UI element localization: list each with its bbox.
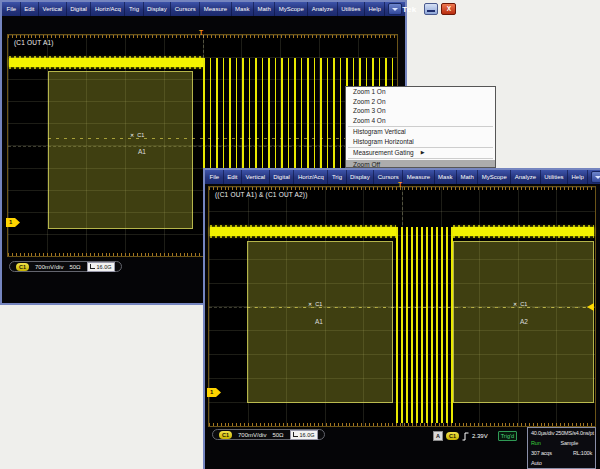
waveform-high-band bbox=[453, 227, 594, 236]
trigger-readout[interactable]: A C1 2.39V Trig'd bbox=[433, 431, 517, 441]
resolution-readout: 4.0ns/pt bbox=[576, 430, 594, 436]
menu-myscope[interactable]: MyScope bbox=[275, 2, 308, 16]
menu-measure[interactable]: Measure bbox=[200, 2, 231, 16]
channel-badge[interactable]: C1 bbox=[16, 263, 29, 271]
trigger-position-icon[interactable]: T bbox=[199, 29, 203, 36]
zoom-zone-label-a1: A1 bbox=[315, 318, 323, 325]
menu-file[interactable]: File bbox=[3, 2, 21, 16]
minimize-icon bbox=[427, 10, 435, 12]
bandwidth-readout[interactable]: 16.0G bbox=[290, 430, 318, 440]
context-item-measurement-gating[interactable]: Measurement Gating ▶ bbox=[346, 148, 495, 158]
cursor-label: C1 bbox=[520, 301, 527, 307]
menu-cursors[interactable]: Cursors bbox=[171, 2, 200, 16]
zoom-region-a1[interactable] bbox=[48, 71, 193, 229]
context-menu: Zoom 1 On Zoom 2 On Zoom 3 On Zoom 4 On … bbox=[345, 86, 496, 168]
context-item-zoom-off[interactable]: Zoom Off bbox=[346, 160, 495, 169]
chevron-down-icon bbox=[595, 176, 600, 179]
menu-trig[interactable]: Trig bbox=[125, 2, 143, 16]
cursor-label: C1 bbox=[137, 132, 144, 138]
timebase-readout: 40.0µs/div 250MS/s bbox=[531, 430, 576, 436]
acquisition-panel[interactable]: 40.0µs/div 250MS/s 4.0ns/pt Run Sample 3… bbox=[527, 427, 596, 469]
context-item-histogram-vertical[interactable]: Histogram Vertical bbox=[346, 127, 495, 137]
trigger-level-line bbox=[247, 307, 594, 308]
cursor-x-icon: ✕ bbox=[308, 301, 312, 307]
menu-extension-button[interactable] bbox=[591, 171, 600, 183]
menu-horiz-acq[interactable]: Horiz/Acq bbox=[294, 170, 328, 184]
trigger-status-badge: Trig'd bbox=[498, 431, 517, 441]
bandwidth-value: 16.0G bbox=[300, 431, 315, 439]
menu-file[interactable]: File bbox=[206, 170, 224, 184]
chevron-down-icon bbox=[392, 8, 398, 11]
menu-edit[interactable]: Edit bbox=[21, 2, 39, 16]
trigger-source-a-icon: A bbox=[433, 431, 443, 441]
impedance-readout: 50Ω bbox=[69, 264, 80, 270]
impedance-readout: 50Ω bbox=[272, 432, 283, 438]
trace-noise bbox=[210, 236, 396, 238]
menu-utilities[interactable]: Utilities bbox=[338, 2, 365, 16]
menu-extension-button[interactable] bbox=[388, 3, 402, 15]
trigger-level-line bbox=[48, 138, 396, 139]
scale-readout: 700mV/div bbox=[238, 432, 266, 438]
submenu-arrow-icon: ▶ bbox=[421, 148, 425, 158]
bandwidth-readout[interactable]: 16.0G bbox=[87, 262, 115, 272]
menu-help[interactable]: Help bbox=[365, 2, 385, 16]
context-item-zoom-4-on[interactable]: Zoom 4 On bbox=[346, 116, 495, 126]
trigger-channel-badge: C1 bbox=[446, 432, 459, 440]
channel-readout[interactable]: C1 700mV/div 50Ω 16.0G bbox=[212, 429, 325, 440]
channel-badge[interactable]: C1 bbox=[219, 431, 232, 439]
window-controls: Tek X bbox=[402, 3, 459, 15]
menu-edit[interactable]: Edit bbox=[224, 170, 242, 184]
cursor-marker-c1[interactable]: ✕ C1 bbox=[130, 132, 144, 138]
menu-display[interactable]: Display bbox=[347, 170, 375, 184]
trigger-position-icon[interactable]: T bbox=[398, 181, 402, 188]
trigger-mode-readout: Auto bbox=[531, 460, 542, 466]
cursor-label: C1 bbox=[315, 301, 322, 307]
vertical-readout-bar: C1 700mV/div 50Ω 16.0G bbox=[9, 261, 122, 272]
trace-noise bbox=[453, 225, 594, 227]
menu-mask[interactable]: Mask bbox=[435, 170, 457, 184]
graticule-display[interactable]: ((C1 OUT A1) & (C1 OUT A2)) ✕ C1 A1 ✕ C1… bbox=[208, 186, 596, 427]
channel-1-marker-icon[interactable]: 1 bbox=[207, 388, 221, 397]
trace-label: (C1 OUT A1) bbox=[14, 39, 54, 46]
menu-digital[interactable]: Digital bbox=[67, 2, 92, 16]
vertical-readout-bar: C1 700mV/div 50Ω 16.0G bbox=[212, 429, 325, 440]
menu-bar: File Edit Vertical Digital Horiz/Acq Tri… bbox=[205, 170, 600, 184]
tek-logo: Tek bbox=[402, 5, 416, 14]
bandwidth-icon bbox=[90, 264, 95, 269]
channel-readout[interactable]: C1 700mV/div 50Ω 16.0G bbox=[9, 261, 122, 272]
close-button[interactable]: X bbox=[441, 3, 456, 15]
trace-noise bbox=[9, 56, 203, 58]
trigger-level-readout: 2.39V bbox=[472, 433, 488, 439]
trace-noise bbox=[9, 67, 203, 69]
trace-label: ((C1 OUT A1) & (C1 OUT A2)) bbox=[215, 191, 308, 198]
menu-mask[interactable]: Mask bbox=[232, 2, 254, 16]
scale-readout: 700mV/div bbox=[35, 264, 63, 270]
menu-math[interactable]: Math bbox=[254, 2, 275, 16]
menu-measure[interactable]: Measure bbox=[403, 170, 434, 184]
cursor-marker-c1[interactable]: ✕ C1 bbox=[308, 301, 322, 307]
menu-trig[interactable]: Trig bbox=[328, 170, 346, 184]
acquisition-mode: Sample bbox=[561, 440, 578, 446]
menu-horiz-acq[interactable]: Horiz/Acq bbox=[91, 2, 125, 16]
menu-vertical[interactable]: Vertical bbox=[242, 170, 270, 184]
minimize-button[interactable] bbox=[424, 3, 438, 15]
context-item-histogram-horizontal[interactable]: Histogram Horizontal bbox=[346, 137, 495, 147]
menu-digital[interactable]: Digital bbox=[270, 170, 295, 184]
menu-help[interactable]: Help bbox=[568, 170, 588, 184]
context-item-zoom-1-on[interactable]: Zoom 1 On bbox=[346, 87, 495, 97]
trigger-level-arrow-icon[interactable] bbox=[587, 303, 594, 311]
menu-math[interactable]: Math bbox=[457, 170, 478, 184]
trace-noise bbox=[210, 225, 396, 227]
trace-noise bbox=[453, 236, 594, 238]
cursor-marker-c1[interactable]: ✕ C1 bbox=[513, 301, 527, 307]
cursor-x-icon: ✕ bbox=[513, 301, 517, 307]
context-item-zoom-2-on[interactable]: Zoom 2 On bbox=[346, 97, 495, 107]
context-item-zoom-3-on[interactable]: Zoom 3 On bbox=[346, 106, 495, 116]
menu-vertical[interactable]: Vertical bbox=[39, 2, 67, 16]
menu-analyze[interactable]: Analyze bbox=[511, 170, 540, 184]
menu-myscope[interactable]: MyScope bbox=[478, 170, 511, 184]
channel-1-marker-icon[interactable]: 1 bbox=[6, 218, 20, 227]
menu-display[interactable]: Display bbox=[144, 2, 172, 16]
menu-utilities[interactable]: Utilities bbox=[541, 170, 568, 184]
menu-analyze[interactable]: Analyze bbox=[308, 2, 337, 16]
